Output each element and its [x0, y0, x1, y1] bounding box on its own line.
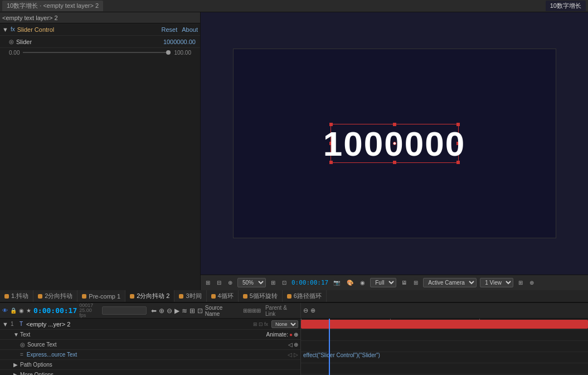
timeline-lock-icon[interactable]: 🔒: [10, 307, 17, 314]
effect-about-button[interactable]: About: [182, 26, 198, 33]
preview-canvas: 1000000: [233, 49, 556, 238]
effect-layer-name: <empty text layer> 2: [2, 15, 198, 21]
preview-safe-btn[interactable]: ⊡: [280, 279, 288, 286]
more-options-label: More Options: [20, 372, 298, 375]
preview-3d-btn[interactable]: ⊞: [517, 279, 524, 286]
tab-label-4: 2分向抖动 2: [137, 292, 169, 300]
track-expression-text: effect("Slider Control")("Slider"): [303, 352, 380, 358]
tab-6xunhuan[interactable]: 6路径循环: [283, 290, 327, 302]
tab-dot-4: [130, 294, 134, 299]
track-playhead[interactable]: [329, 319, 330, 375]
timeline-eye-icon[interactable]: 👁: [2, 307, 8, 314]
tab-label-8: 6路径循环: [294, 292, 322, 300]
express-source-label[interactable]: Express...ource Text: [27, 352, 286, 358]
effect-name-label: Slider Control: [17, 26, 162, 33]
timeline-link-icon[interactable]: ⊞: [189, 307, 195, 315]
timeline-minus-icon[interactable]: ⊖: [167, 307, 172, 315]
path-options-label: Path Options: [20, 362, 298, 368]
layer-name[interactable]: <empty ...yer> 2: [26, 321, 252, 328]
timeline-add-icon[interactable]: ⊕: [159, 307, 164, 315]
expr-icon-2[interactable]: ▷: [294, 352, 298, 358]
effect-controls-panel: <empty text layer> 2 ▼ fx Slider Control…: [0, 12, 201, 290]
view-count-dropdown[interactable]: 1 View: [480, 278, 513, 287]
expr-icon-1[interactable]: ◁: [288, 352, 292, 358]
source-link-icon: ⊕: [294, 342, 298, 348]
switch-3[interactable]: fx: [264, 321, 268, 327]
switch-1[interactable]: ⊞: [253, 321, 257, 327]
preview-number: 1000000: [323, 124, 465, 164]
text-expand-icon[interactable]: ▼: [13, 331, 19, 338]
right-title-tab[interactable]: 10数字增长: [546, 1, 586, 11]
timeline-nav-icon[interactable]: ⬅: [151, 307, 157, 315]
layer-tracks: effect("Slider Control")("Slider"): [301, 319, 588, 375]
path-expand-icon[interactable]: ▶: [13, 362, 18, 368]
timeline-zoom-out[interactable]: ⊖: [303, 307, 308, 314]
preview-fit-btn[interactable]: ⊞: [204, 279, 212, 286]
left-title-tab[interactable]: 10数字增长 · <empty text layer> 2: [2, 1, 103, 11]
tab-label-2: 2分向抖动: [45, 292, 72, 300]
source-stopwatch-icon[interactable]: ◁: [288, 342, 293, 348]
preview-region-btn[interactable]: ⊞: [412, 279, 420, 286]
timeline-star-icon[interactable]: ★: [26, 307, 31, 314]
expr-equal-icon: =: [20, 352, 23, 358]
tab-2fdoudong[interactable]: 2分向抖动: [33, 290, 77, 302]
timeline-solo-icon[interactable]: ◉: [19, 307, 24, 314]
timeline-play-icon[interactable]: ▶: [174, 307, 179, 315]
preview-snap-btn[interactable]: ⊞: [269, 279, 277, 286]
switch-2[interactable]: ⊡: [259, 321, 263, 327]
layer-names-panel: ▼ 1 T <empty ...yer> 2 ⊞ ⊡ fx None ▼ Tex…: [0, 319, 301, 375]
track-row-1: [301, 319, 588, 330]
tab-label-5: 3时间: [186, 292, 201, 300]
preview-area: 1000000: [201, 12, 588, 275]
effect-expand-icon[interactable]: ▼: [2, 26, 8, 33]
tab-label-7: 5循环旋转: [250, 292, 278, 300]
timeline-fps-2: 25.00 fps: [79, 308, 99, 318]
layer-row-1: ▼ 1 T <empty ...yer> 2 ⊞ ⊡ fx None: [0, 319, 300, 330]
preview-render-btn[interactable]: ⊕: [528, 279, 536, 286]
zoom-dropdown[interactable]: 50%: [237, 278, 266, 287]
tab-5xunhuan[interactable]: 5循环旋转: [239, 290, 283, 302]
quality-dropdown[interactable]: Full: [370, 278, 396, 287]
view-dropdown[interactable]: Active Camera: [423, 278, 477, 287]
preview-camera-btn[interactable]: 📷: [332, 279, 342, 286]
preview-color-btn[interactable]: 🎨: [345, 279, 355, 286]
timeline-source-icon[interactable]: ⊡: [197, 307, 203, 315]
timeline-timecode: 0:00:00:17: [33, 306, 77, 315]
layer-parent-dropdown[interactable]: None: [271, 320, 298, 328]
source-text-clock-icon[interactable]: ◎: [20, 342, 25, 348]
effect-controls-header: <empty text layer> 2: [0, 12, 200, 23]
top-bar: 10数字增长 · <empty text layer> 2 10数字增长: [0, 0, 588, 12]
tab-shijian[interactable]: 3时间: [174, 290, 206, 302]
timeline-search-input[interactable]: [102, 306, 147, 315]
slider-row: ◎ Slider 1000000.00: [0, 36, 200, 48]
slider-thumb[interactable]: [166, 50, 171, 55]
tab-dot-1: [4, 294, 9, 299]
range-max: 100.00: [174, 50, 191, 56]
tab-dot-5: [179, 294, 183, 299]
track-row-5: [301, 363, 588, 374]
tab-doudong[interactable]: 1.抖动: [0, 290, 33, 302]
effect-fx-icon: fx: [11, 26, 15, 32]
tab-2fdoudong2[interactable]: 2分向抖动 2: [125, 290, 174, 302]
timeline-zoom-in[interactable]: ⊕: [310, 307, 315, 314]
animate-label: Animate:: [266, 331, 288, 338]
slider-label: Slider: [16, 39, 50, 45]
tab-4xunhuan[interactable]: 4循环: [207, 290, 239, 302]
track-row-expression: effect("Slider Control")("Slider"): [301, 352, 588, 363]
preview-more-btn[interactable]: ◉: [358, 279, 367, 286]
effect-reset-button[interactable]: Reset: [162, 26, 178, 33]
more-expand-icon[interactable]: ▶: [13, 372, 18, 375]
animate-add-btn[interactable]: ●: [289, 331, 293, 338]
timeline-header: 👁 🔒 ◉ ★ 0:00:00:17 00017 25.00 fps ⬅ ⊕ ⊖…: [0, 303, 588, 319]
tab-precomp1[interactable]: Pre-comp 1: [77, 290, 125, 302]
layer-switches: ⊞ ⊡ fx: [253, 321, 268, 327]
timeline-wave-icon[interactable]: ≋: [182, 307, 187, 315]
range-min: 0.00: [9, 50, 20, 56]
layer-expand-icon[interactable]: ▼: [2, 321, 8, 328]
text-anchor-icon: ⊕: [294, 331, 298, 338]
preview-grid-btn[interactable]: ⊟: [215, 279, 223, 286]
slider-value[interactable]: 1000000.00: [163, 39, 196, 45]
preview-mask-btn[interactable]: ⊕: [226, 279, 234, 286]
tab-label-3: Pre-comp 1: [89, 293, 120, 300]
preview-res-btn[interactable]: 🖥: [400, 279, 409, 286]
